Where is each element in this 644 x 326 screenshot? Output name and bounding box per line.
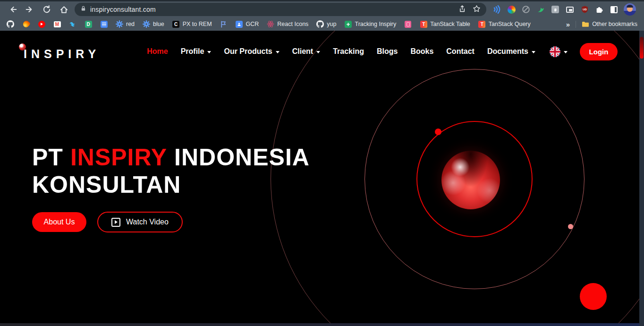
tailwind-icon [69,20,76,28]
signal-waves-icon[interactable] [492,5,501,14]
person-icon [236,20,243,28]
address-bar[interactable]: inspiryconsultant.com [75,3,486,16]
green-bird-icon[interactable] [536,5,545,14]
bookmark-item[interactable] [7,20,14,28]
bookmark-item[interactable]: red [116,20,135,28]
chevron-down-icon [564,51,568,53]
language-selector[interactable] [550,46,568,57]
back-icon[interactable] [5,2,21,17]
color-wheel-icon[interactable] [507,5,516,14]
bookmark-item[interactable] [220,20,228,28]
clipboard-icon [404,20,412,28]
bookmark-item[interactable] [404,20,412,28]
other-bookmarks[interactable]: Other bookmarks [582,20,637,28]
scrollbar-thumb[interactable] [640,37,644,59]
bookmark-item[interactable]: GCR [236,20,259,28]
youtube-icon [38,20,45,28]
bookmark-item[interactable]: M [53,20,61,28]
next-section-edge [0,323,644,326]
home-icon[interactable] [56,2,72,17]
lock-icon [80,5,86,14]
bookmark-item[interactable]: C PX to REM [172,20,212,28]
flame-icon [22,20,30,28]
gear-blue-icon [143,20,150,28]
bookmarks-bar: M D red blue C PX to REM [0,17,644,31]
nav-item-home[interactable]: Home [147,47,168,56]
gear-blue-icon [116,20,123,28]
page-scrollbar[interactable] [639,31,644,326]
about-us-button[interactable]: About Us [32,212,86,232]
site-header: INSPIRY Home Profile Our Products Client… [0,31,644,72]
browser-window: inspiryconsultant.com [0,0,644,326]
main-nav: Home Profile Our Products Client Trackin… [147,47,535,56]
extensions-puzzle-icon[interactable] [594,5,604,14]
bookmark-item[interactable]: yup [316,20,336,28]
chevron-down-icon [207,51,211,53]
red-circle-decoration [580,283,607,310]
site-logo[interactable]: INSPIRY [24,43,100,61]
document-lines-icon [100,20,108,28]
sheets-icon [345,20,352,28]
bookmark-item[interactable] [100,20,108,28]
play-icon [111,218,120,227]
divider [576,21,576,28]
nav-item-client[interactable]: Client [292,47,320,56]
devdocs-icon: D [85,20,92,28]
gmail-icon: M [53,20,61,28]
forward-icon[interactable] [22,2,38,17]
share-icon[interactable] [458,5,466,15]
shield-ud-icon[interactable]: UD [580,5,589,14]
url-text: inspiryconsultant.com [90,6,156,13]
bookmark-item[interactable] [69,20,76,28]
logo-sphere-icon [19,43,26,51]
bookmark-item[interactable]: T TanStack Table [420,20,470,28]
github-icon [7,20,14,28]
picture-in-picture-icon[interactable] [565,5,575,14]
tanstack-icon: T [478,20,486,28]
bookmarks-overflow-chevron[interactable]: » [566,20,570,28]
tanstack-icon: T [420,20,427,28]
nav-item-profile[interactable]: Profile [181,47,212,56]
profile-avatar[interactable] [624,3,636,16]
blocked-circle-icon[interactable] [521,5,531,14]
react-atom-icon [267,20,274,28]
nav-item-tracking[interactable]: Tracking [333,47,364,56]
chevron-down-icon [316,51,320,53]
svg-text:UD: UD [583,8,586,11]
chevron-down-icon [532,51,535,53]
github-icon [316,20,324,28]
bookmark-item[interactable]: React Icons [267,20,308,28]
watch-video-button[interactable]: Watch Video [97,212,183,232]
hand-cursor-icon[interactable] [551,5,560,14]
uk-flag-icon [550,46,560,57]
bookmark-star-icon[interactable] [473,5,481,15]
bookmark-item[interactable] [38,20,45,28]
nav-item-blogs[interactable]: Blogs [377,47,398,56]
side-panel-icon[interactable] [609,5,619,14]
orbit-dot-pink [568,224,573,229]
bookmark-item[interactable]: D [85,20,92,28]
hero-title: PTINSPIRYINDONESIA KONSULTAN [32,144,317,198]
nav-item-documents[interactable]: Documents [487,47,535,56]
flag-icon [220,20,228,28]
browser-toolbar: inspiryconsultant.com [0,0,644,17]
menu-dots-icon[interactable] [641,5,644,14]
reload-icon[interactable] [39,2,55,17]
nav-item-our-products[interactable]: Our Products [224,47,279,56]
hero-section: PTINSPIRYINDONESIA KONSULTAN About Us Wa… [32,144,317,232]
bookmark-item[interactable]: Tracking Inspiry [345,20,397,28]
nav-item-books[interactable]: Books [410,47,433,56]
red-sphere-3d [441,151,500,209]
chevron-down-icon [276,51,280,53]
bookmark-item[interactable]: T TanStack Query [478,20,531,28]
login-button[interactable]: Login [580,43,618,60]
page: INSPIRY Home Profile Our Products Client… [0,31,644,326]
folder-icon [582,20,589,28]
letter-c-icon: C [172,20,180,28]
orbit-dot-red [435,129,441,135]
nav-item-contact[interactable]: Contact [446,47,475,56]
bookmark-item[interactable]: blue [143,20,164,28]
extensions-row: UD [492,3,644,16]
bookmark-item[interactable] [22,20,30,28]
